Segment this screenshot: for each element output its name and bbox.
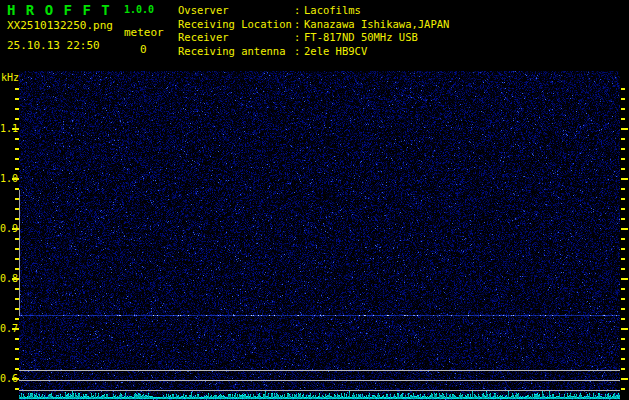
freq-minor-tick (621, 188, 625, 190)
spectrogram-plot (19, 71, 620, 400)
freq-major-tick (621, 228, 628, 230)
app-version: 1.0.0 (124, 4, 154, 15)
output-filename: XX2510132250.png (7, 19, 113, 32)
freq-minor-tick (621, 358, 625, 360)
freq-major-tick (621, 278, 628, 280)
freq-major-tick (621, 378, 628, 380)
app-title: H R O F F T (7, 2, 111, 18)
freq-major-tick (12, 278, 19, 280)
meteor-count: 0 (140, 43, 147, 56)
info-row: Ovserver:Lacofilms (178, 4, 449, 18)
freq-minor-tick (621, 208, 625, 210)
info-value: FT-817ND 50MHz USB (304, 31, 418, 45)
info-colon: : (294, 45, 304, 59)
info-label: Receiving antenna (178, 45, 294, 59)
freq-unit-label: kHz (1, 72, 19, 83)
freq-major-tick (621, 328, 628, 330)
freq-minor-tick (621, 248, 625, 250)
info-label: Receiving Location (178, 18, 294, 32)
freq-minor-tick (621, 158, 625, 160)
freq-minor-tick (621, 138, 625, 140)
hrofft-window: H R O F F T 1.0.0 XX2510132250.png meteo… (0, 0, 629, 400)
freq-minor-tick (621, 108, 625, 110)
freq-minor-tick (621, 88, 625, 90)
freq-minor-tick (621, 168, 625, 170)
info-label: Ovserver (178, 4, 294, 18)
datetime-label: 25.10.13 22:50 (7, 39, 100, 52)
freq-minor-tick (621, 148, 625, 150)
freq-minor-tick (621, 218, 625, 220)
freq-major-tick (12, 378, 19, 380)
freq-minor-tick (621, 348, 625, 350)
info-value: 2ele HB9CV (304, 45, 367, 59)
freq-minor-tick (621, 268, 625, 270)
info-value: Lacofilms (304, 4, 361, 18)
freq-minor-tick (621, 118, 625, 120)
info-row: Receiving Location:Kanazawa Ishikawa,JAP… (178, 18, 449, 32)
info-label: Receiver (178, 31, 294, 45)
station-info-block: Ovserver:LacofilmsReceiving Location:Kan… (178, 4, 449, 58)
info-value: Kanazawa Ishikawa,JAPAN (304, 18, 449, 32)
info-colon: : (294, 18, 304, 32)
freq-major-tick (12, 328, 19, 330)
info-colon: : (294, 31, 304, 45)
freq-minor-tick (621, 338, 625, 340)
info-row: Receiver:FT-817ND 50MHz USB (178, 31, 449, 45)
freq-major-tick (12, 128, 19, 130)
freq-major-tick (621, 128, 628, 130)
freq-minor-tick (621, 198, 625, 200)
freq-minor-tick (621, 308, 625, 310)
freq-major-tick (621, 178, 628, 180)
freq-minor-tick (621, 318, 625, 320)
mode-label: meteor (124, 26, 164, 39)
freq-minor-tick (621, 388, 625, 390)
freq-minor-tick (621, 98, 625, 100)
freq-minor-tick (621, 368, 625, 370)
freq-minor-tick (621, 238, 625, 240)
freq-minor-tick (621, 288, 625, 290)
freq-minor-tick (621, 298, 625, 300)
info-colon: : (294, 4, 304, 18)
freq-major-tick (12, 228, 19, 230)
freq-minor-tick (621, 258, 625, 260)
freq-major-tick (12, 178, 19, 180)
info-row: Receiving antenna:2ele HB9CV (178, 45, 449, 59)
